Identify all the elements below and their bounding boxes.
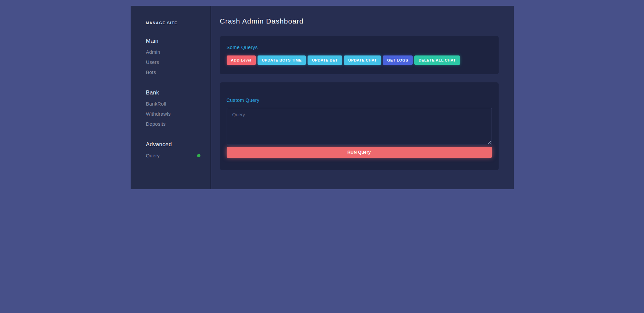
sidebar-nav: MainAdminUsersBotsBankBankRollWithdrawls…: [146, 38, 200, 161]
sidebar-section-advanced: AdvancedQuery: [146, 141, 200, 161]
sidebar-item-label: Withdrawls: [146, 109, 171, 119]
sidebar-item-deposits[interactable]: Deposits: [146, 119, 200, 129]
page-title: Crash Admin Dashboard: [220, 16, 499, 26]
custom-query-heading: Custom Query: [227, 97, 492, 103]
sidebar-item-label: Admin: [146, 47, 160, 57]
sidebar-item-label: Query: [146, 151, 160, 161]
query-button-delete-all-chat[interactable]: DELETE ALL CHAT: [414, 55, 460, 65]
sidebar-item-label: Bots: [146, 67, 156, 77]
query-buttons-row: ADD LevelUPDATE BOTS TIMEUPDATE BETUPDAT…: [227, 55, 492, 65]
sidebar-section-heading: Advanced: [146, 141, 200, 148]
sidebar-section-heading: Bank: [146, 89, 200, 96]
main-content: Crash Admin Dashboard Some Querys ADD Le…: [211, 6, 514, 189]
query-textarea[interactable]: [227, 108, 492, 145]
some-queries-heading: Some Querys: [227, 45, 492, 50]
sidebar: MANAGE SITE MainAdminUsersBotsBankBankRo…: [131, 6, 211, 189]
sidebar-brand: MANAGE SITE: [146, 21, 200, 25]
active-status-dot-icon: [197, 154, 200, 157]
query-button-update-bots-time[interactable]: UPDATE BOTS TIME: [258, 55, 306, 65]
sidebar-section-heading: Main: [146, 38, 200, 44]
run-query-button[interactable]: RUN Query: [227, 147, 492, 158]
sidebar-item-label: Deposits: [146, 119, 166, 129]
sidebar-item-label: Users: [146, 57, 159, 67]
sidebar-item-query[interactable]: Query: [146, 151, 200, 161]
app-window: MANAGE SITE MainAdminUsersBotsBankBankRo…: [131, 6, 514, 189]
sidebar-item-bankroll[interactable]: BankRoll: [146, 99, 200, 109]
query-textarea-wrap: [227, 108, 492, 145]
custom-query-panel: Custom Query RUN Query: [220, 82, 499, 170]
query-button-get-logs[interactable]: GET LOGS: [383, 55, 413, 65]
sidebar-item-label: BankRoll: [146, 99, 166, 109]
sidebar-item-bots[interactable]: Bots: [146, 67, 200, 77]
query-button-add-level[interactable]: ADD Level: [227, 55, 256, 65]
query-button-update-bet[interactable]: UPDATE BET: [308, 55, 342, 65]
query-button-update-chat[interactable]: UPDATE CHAT: [344, 55, 381, 65]
sidebar-section-bank: BankBankRollWithdrawlsDeposits: [146, 89, 200, 129]
some-queries-panel: Some Querys ADD LevelUPDATE BOTS TIMEUPD…: [220, 36, 499, 74]
sidebar-item-users[interactable]: Users: [146, 57, 200, 67]
sidebar-item-admin[interactable]: Admin: [146, 47, 200, 57]
sidebar-section-main: MainAdminUsersBots: [146, 38, 200, 77]
sidebar-item-withdrawls[interactable]: Withdrawls: [146, 109, 200, 119]
